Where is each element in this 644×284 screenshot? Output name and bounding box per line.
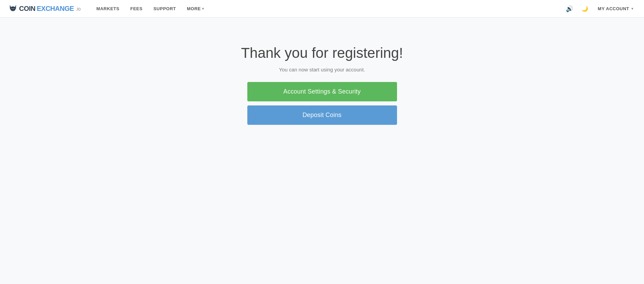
svg-point-2 xyxy=(15,7,16,9)
darkmode-icon-button[interactable]: 🌙 xyxy=(580,4,590,13)
nav-item-more: MORE ▾ xyxy=(182,3,209,14)
moon-icon: 🌙 xyxy=(581,5,588,12)
nav-label-fees: FEES xyxy=(130,6,143,11)
volume-icon-button[interactable]: 🔊 xyxy=(564,4,575,14)
bull-svg xyxy=(10,5,16,11)
nav-label-support: SUPPORT xyxy=(153,6,176,11)
brand-logo-link[interactable]: COINEXCHANGE.io xyxy=(8,3,81,14)
more-chevron-icon: ▾ xyxy=(202,7,204,11)
nav-item-support: SUPPORT xyxy=(149,3,181,14)
nav-item-markets: MARKETS xyxy=(92,3,124,14)
nav-link-support[interactable]: SUPPORT xyxy=(149,3,181,14)
svg-point-4 xyxy=(14,8,14,9)
nav-link-fees[interactable]: FEES xyxy=(126,3,147,14)
svg-point-3 xyxy=(12,8,12,9)
svg-point-5 xyxy=(12,9,14,11)
brand-logo: COINEXCHANGE.io xyxy=(8,3,81,14)
nav-label-more: MORE xyxy=(187,6,201,11)
nav-label-markets: MARKETS xyxy=(96,6,119,11)
nav-menu: MARKETS FEES SUPPORT MORE ▾ xyxy=(92,3,564,14)
brand-text-exchange: EXCHANGE xyxy=(37,5,74,13)
svg-point-1 xyxy=(10,7,11,9)
my-account-label: MY ACCOUNT xyxy=(598,6,629,11)
account-settings-button[interactable]: Account Settings & Security xyxy=(247,82,397,101)
nav-item-fees: FEES xyxy=(126,3,147,14)
nav-link-markets[interactable]: MARKETS xyxy=(92,3,124,14)
svg-point-7 xyxy=(13,10,14,10)
my-account-button[interactable]: MY ACCOUNT ▾ xyxy=(595,5,636,13)
brand-text-io: .io xyxy=(76,6,81,12)
navbar-right: 🔊 🌙 MY ACCOUNT ▾ xyxy=(564,4,636,14)
registration-card: Thank you for registering! You can now s… xyxy=(237,45,407,125)
subtext-message: You can now start using your account. xyxy=(279,67,365,72)
account-chevron-icon: ▾ xyxy=(631,7,633,11)
svg-point-6 xyxy=(12,10,13,10)
deposit-coins-button[interactable]: Deposit Coins xyxy=(247,105,397,125)
page-heading: Thank you for registering! xyxy=(241,45,403,61)
volume-icon: 🔊 xyxy=(566,5,573,13)
main-content: Thank you for registering! You can now s… xyxy=(0,18,644,284)
brand-text-coin: COIN xyxy=(19,5,35,13)
bull-icon xyxy=(8,3,18,14)
nav-link-more[interactable]: MORE ▾ xyxy=(182,3,209,14)
navbar: COINEXCHANGE.io MARKETS FEES SUPPORT MOR… xyxy=(0,0,644,18)
